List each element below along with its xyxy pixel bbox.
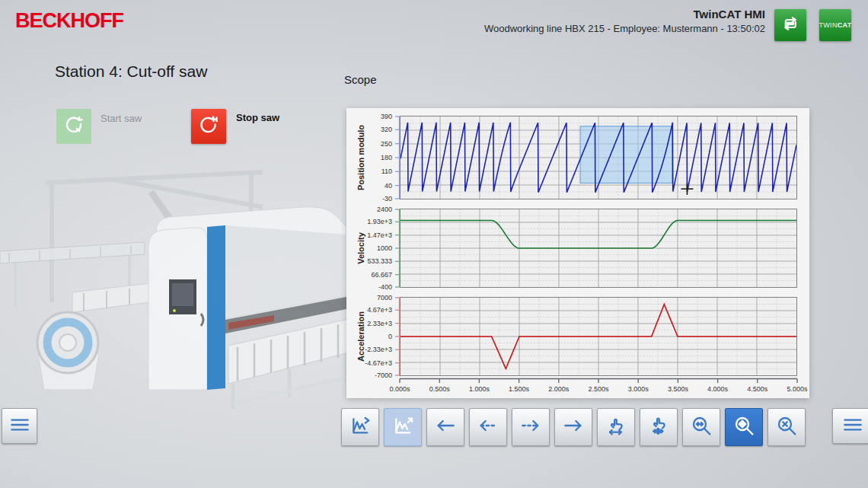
stop-saw-label: Stop saw bbox=[236, 112, 279, 123]
process-flow-button[interactable] bbox=[774, 9, 806, 41]
zoom-free-icon bbox=[732, 413, 756, 441]
y-axis-label: Velocity bbox=[354, 209, 368, 288]
app-title: TwinCAT HMI bbox=[484, 8, 765, 21]
menu-right-button[interactable] bbox=[832, 408, 868, 444]
y-tick-label: 40 bbox=[385, 182, 392, 190]
svg-text:2.500s: 2.500s bbox=[588, 385, 609, 393]
y-tick-label: -7000 bbox=[375, 372, 392, 379]
scope-chart-acceleration: Acceleration70004.67e+32.33e+30-2.33e+3-… bbox=[354, 297, 809, 376]
menu-left-button[interactable] bbox=[2, 408, 37, 444]
scope-chart-position-modulo: Position modulo39032025018011040-30 bbox=[354, 116, 809, 199]
hand-pan-free-icon bbox=[646, 413, 671, 441]
plot-area-position-modulo[interactable] bbox=[400, 116, 797, 199]
y-tick-label: 533.333 bbox=[367, 257, 392, 265]
menu-icon bbox=[8, 413, 32, 440]
arrow-left-dashed-icon bbox=[476, 413, 500, 441]
svg-text:5.000s: 5.000s bbox=[787, 385, 808, 393]
machine-illustration bbox=[0, 161, 354, 413]
svg-text:1.500s: 1.500s bbox=[509, 385, 530, 393]
svg-text:0.000s: 0.000s bbox=[389, 385, 410, 393]
zoom-xy-button[interactable] bbox=[725, 408, 763, 446]
pan-x-button[interactable] bbox=[597, 408, 635, 446]
header-text: TwinCAT HMI Woodworking line HBX 215 - E… bbox=[484, 8, 765, 34]
y-tick-label: 390 bbox=[381, 113, 392, 120]
x-axis: 0.000s0.500s1.000s1.500s2.000s2.500s3.00… bbox=[400, 376, 797, 396]
twincat-logo: TWINCAT bbox=[819, 21, 852, 29]
y-tick-label: 320 bbox=[381, 126, 392, 133]
y-tick-label: 66.667 bbox=[371, 271, 392, 279]
arrow-right-icon bbox=[561, 413, 586, 441]
svg-text:4.000s: 4.000s bbox=[707, 385, 729, 393]
y-tick-label: -30 bbox=[382, 195, 392, 203]
station-title: Station 4: Cut-off saw bbox=[55, 62, 207, 81]
stop-saw-button[interactable] bbox=[191, 109, 226, 144]
svg-text:2.000s: 2.000s bbox=[548, 385, 570, 393]
svg-text:3.000s: 3.000s bbox=[628, 385, 649, 393]
pan-left-button[interactable] bbox=[426, 408, 464, 446]
start-saw-label: Start saw bbox=[101, 113, 142, 124]
step-left-button[interactable] bbox=[469, 408, 507, 446]
workflow-icon bbox=[779, 12, 802, 38]
start-saw-button[interactable] bbox=[56, 109, 91, 144]
restart-circle-icon bbox=[61, 112, 87, 141]
hand-pan-horizontal-icon bbox=[604, 413, 628, 441]
y-tick-label: 4.67e+3 bbox=[367, 306, 392, 314]
y-tick-label: 2.33e+3 bbox=[367, 320, 392, 327]
context-line: Woodworking line HBX 215 - Employee: Mus… bbox=[484, 23, 765, 34]
arrow-right-dashed-icon bbox=[519, 413, 543, 441]
menu-icon bbox=[841, 413, 865, 440]
y-axis-label: Position modulo bbox=[354, 116, 368, 199]
arrow-left-icon bbox=[433, 413, 458, 441]
y-tick-label: -400 bbox=[378, 283, 392, 291]
y-tick-label: 0 bbox=[388, 333, 392, 340]
y-tick-label: 7000 bbox=[377, 294, 392, 301]
pan-right-button[interactable] bbox=[554, 408, 592, 446]
beckhoff-logo: BECKHOFF bbox=[15, 9, 123, 33]
zoom-reset-button[interactable] bbox=[767, 408, 806, 446]
plot-area-acceleration[interactable] bbox=[400, 297, 797, 376]
y-axis-ticks: 70004.67e+32.33e+30-2.33e+3-4.67e+3-7000 bbox=[368, 297, 400, 376]
y-axis-ticks: 39032025018011040-30 bbox=[368, 116, 400, 199]
chart-arrow-icon bbox=[348, 413, 372, 441]
scope-run-button[interactable] bbox=[341, 408, 379, 446]
y-tick-label: 180 bbox=[381, 154, 392, 161]
y-tick-label: -2.33e+3 bbox=[365, 346, 392, 353]
y-tick-label: -4.67e+3 bbox=[365, 359, 392, 367]
svg-text:4.500s: 4.500s bbox=[747, 385, 768, 393]
zoom-horizontal-icon bbox=[689, 413, 713, 441]
zoom-selection bbox=[580, 126, 672, 183]
twincat-button[interactable]: TWINCAT bbox=[819, 9, 851, 41]
svg-text:3.500s: 3.500s bbox=[668, 385, 689, 393]
y-tick-label: 2400 bbox=[377, 206, 392, 213]
svg-text:0.500s: 0.500s bbox=[429, 385, 451, 393]
y-axis-ticks: 24001.93e+31.47e+31000533.33366.667-400 bbox=[368, 209, 400, 288]
chart-arrow-up-icon bbox=[391, 413, 415, 441]
scope-single-button[interactable] bbox=[384, 408, 422, 446]
zoom-x-button[interactable] bbox=[682, 408, 720, 446]
scope-title: Scope bbox=[344, 73, 377, 86]
plot-area-velocity[interactable] bbox=[400, 209, 797, 288]
y-tick-label: 1.47e+3 bbox=[367, 231, 392, 239]
zoom-cancel-icon bbox=[774, 413, 799, 441]
scope-chart-velocity: Velocity24001.93e+31.47e+31000533.33366.… bbox=[354, 209, 809, 288]
scope-panel: Position modulo39032025018011040-30Veloc… bbox=[346, 108, 809, 398]
y-tick-label: 250 bbox=[381, 140, 392, 148]
y-tick-label: 1.93e+3 bbox=[367, 218, 392, 225]
twincat-hmi-screen: BECKHOFF TwinCAT HMI Woodworking line HB… bbox=[0, 0, 868, 488]
y-tick-label: 110 bbox=[381, 167, 392, 175]
pause-circle-icon bbox=[196, 112, 222, 141]
y-tick-label: 1000 bbox=[377, 244, 392, 252]
step-right-button[interactable] bbox=[512, 408, 550, 446]
svg-text:1.000s: 1.000s bbox=[469, 385, 490, 393]
pan-xy-button[interactable] bbox=[640, 408, 678, 446]
